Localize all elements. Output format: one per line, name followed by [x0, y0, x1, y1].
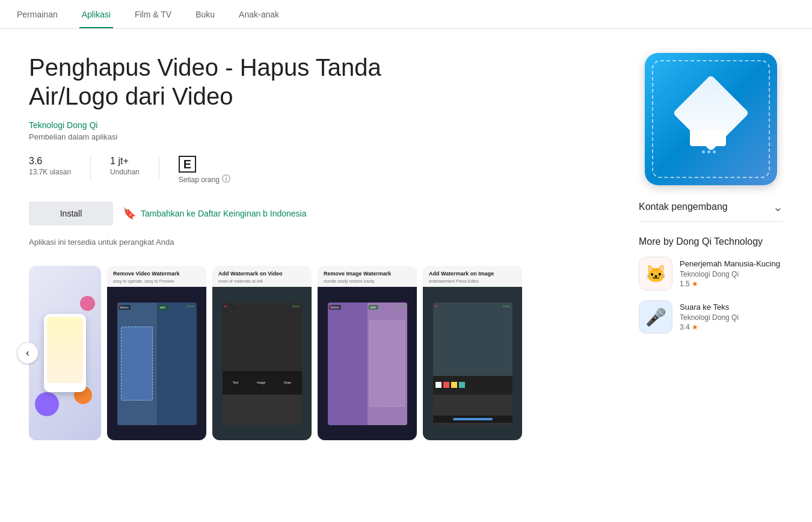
- mic-icon: 🎤: [645, 307, 666, 327]
- more-title: More by Dong Qi Technology: [639, 236, 783, 247]
- ss4-body: Done ✕: [423, 287, 522, 440]
- device-info: Aplikasi ini tersedia untuk perangkat An…: [29, 238, 615, 247]
- rating-count: 13.7K ulasan: [29, 168, 71, 176]
- screenshot-0: [29, 266, 101, 440]
- top-navigation: Permainan Aplikasi Film & TV Buku Anak-a…: [0, 0, 812, 29]
- left-column: Penghapus Video - Hapus Tanda Air/Logo d…: [29, 53, 615, 440]
- screenshot-4: Add Watermark on Image entertainment Pho…: [423, 266, 522, 440]
- related-app-1-dev: Teknologi Dong Qi: [680, 313, 783, 322]
- app-title: Penghapus Video - Hapus Tanda Air/Logo d…: [29, 53, 450, 111]
- content-rating-stat: E Setiap orang ⓘ: [179, 156, 230, 185]
- stat-divider-1: [90, 156, 91, 180]
- stats-row: 3.6 13.7K ulasan 1 jt+ Unduhan E Setiap …: [29, 156, 615, 185]
- ss4-screen: Done ✕: [433, 302, 512, 425]
- kontak-section: Kontak pengembang ⌄: [639, 200, 783, 222]
- nav-buku[interactable]: Buku: [193, 0, 217, 28]
- more-section: More by Dong Qi Technology 🐱 Penerjemah …: [639, 236, 783, 334]
- related-app-0-dev: Teknologi Dong Qi: [680, 270, 783, 278]
- chevron-down-icon: ⌄: [773, 200, 783, 214]
- screenshot-2: Add Watermark on Video more of materials…: [212, 266, 312, 440]
- ss1-sub: easy to operate, easy to Preview: [107, 279, 206, 287]
- related-app-1-rating: 3.4 ★: [680, 323, 783, 331]
- related-app-1-info: Suara ke Teks Teknologi Dong Qi 3.4 ★: [680, 302, 783, 332]
- star-icon: ★: [692, 280, 698, 288]
- dot-3: [713, 150, 716, 153]
- phone-screen-mini: [47, 317, 83, 383]
- related-app-0-icon: 🐱: [639, 257, 672, 290]
- related-app-1[interactable]: 🎤 Suara ke Teks Teknologi Dong Qi 3.4 ★: [639, 300, 783, 334]
- ss3-header: Remove Image Watermark: [318, 266, 417, 279]
- app-icon-inner: [672, 80, 750, 158]
- prev-screenshot-button[interactable]: ‹: [17, 342, 38, 364]
- eraser-dots: [702, 150, 716, 153]
- page-content: Penghapus Video - Hapus Tanda Air/Logo d…: [0, 29, 812, 464]
- install-button[interactable]: Install: [29, 201, 113, 226]
- download-value: 1 jt+: [110, 156, 129, 167]
- ss1-header: Remove Video Watermark: [107, 266, 206, 279]
- ss4-header: Add Watermark on Image: [423, 266, 522, 279]
- ss2-screen: ');"> Text Image Draw Done ✕: [223, 302, 302, 425]
- bookmark-icon: 🔖: [123, 207, 136, 220]
- mic-icon-bg: 🎤: [639, 300, 672, 334]
- screenshots-section: ‹ Remove Video Watermark easy to op: [29, 266, 615, 440]
- ss3-screen: before after Done ✕: [328, 302, 407, 425]
- nav-permainan[interactable]: Permainan: [14, 0, 60, 28]
- developer-name[interactable]: Teknologi Dong Qi: [29, 120, 615, 130]
- kontak-label: Kontak pengembang: [639, 201, 728, 212]
- right-column: Kontak pengembang ⌄ More by Dong Qi Tech…: [639, 53, 783, 440]
- chevron-left-icon: ‹: [26, 348, 29, 358]
- downloads-stat: 1 jt+ Unduhan: [110, 156, 140, 176]
- nav-anak-anak[interactable]: Anak-anak: [236, 0, 281, 28]
- rating-value: 3.6: [29, 156, 42, 167]
- cat-icon-bg: 🐱: [639, 257, 672, 290]
- screenshot-3: Remove Image Watermark doodle easily res…: [318, 266, 417, 440]
- related-app-1-icon: 🎤: [639, 300, 672, 334]
- content-rating-label: Setiap orang: [179, 176, 220, 184]
- related-app-1-name: Suara ke Teks: [680, 302, 783, 313]
- related-app-0-name: Penerjemah Manusia-Kucing: [680, 259, 783, 269]
- ss1-body: before after Done ✕: [107, 287, 206, 440]
- ss2-sub: more of materials at will: [212, 279, 312, 287]
- star-icon-2: ★: [692, 323, 698, 331]
- ss1-screen: before after Done ✕: [117, 302, 197, 425]
- ss3-sub: doodle easily restore easily: [318, 279, 417, 287]
- action-row: Install 🔖 Tambahkan ke Daftar Keinginan …: [29, 201, 615, 226]
- app-icon: [645, 53, 777, 185]
- download-label: Unduhan: [110, 168, 140, 176]
- related-app-0[interactable]: 🐱 Penerjemah Manusia-Kucing Teknologi Do…: [639, 257, 783, 290]
- purchase-info: Pembelian dalam aplikasi: [29, 132, 615, 141]
- related-app-0-info: Penerjemah Manusia-Kucing Teknologi Dong…: [680, 259, 783, 289]
- dot-1: [702, 150, 705, 153]
- content-rating-badge: E: [179, 156, 196, 173]
- ss4-sub: entertainment Photo Editor: [423, 279, 522, 287]
- wishlist-button[interactable]: 🔖 Tambahkan ke Daftar Keinginan b Indone…: [123, 207, 307, 220]
- info-icon[interactable]: ⓘ: [222, 174, 230, 185]
- ss2-header: Add Watermark on Video: [212, 266, 312, 279]
- app-icon-container: [639, 53, 783, 185]
- kontak-header[interactable]: Kontak pengembang ⌄: [639, 200, 783, 222]
- ss2-body: ');"> Text Image Draw Done ✕: [212, 287, 312, 440]
- blob-purple: [35, 392, 59, 416]
- stat-divider-2: [159, 156, 159, 180]
- eraser-shape: [690, 129, 726, 146]
- blob-pink: [80, 296, 95, 311]
- wishlist-label: Tambahkan ke Daftar Keinginan b Indonesi…: [141, 209, 307, 218]
- nav-aplikasi[interactable]: Aplikasi: [79, 0, 113, 28]
- rating-stat: 3.6 13.7K ulasan: [29, 156, 71, 176]
- dot-2: [707, 150, 710, 153]
- cat-icon: 🐱: [645, 264, 666, 284]
- nav-film-tv[interactable]: Film & TV: [132, 0, 174, 28]
- ss3-body: before after Done ✕: [318, 287, 417, 440]
- related-app-0-rating: 1.5 ★: [680, 280, 783, 288]
- phone-outline: [44, 314, 86, 392]
- screenshots-container: Remove Video Watermark easy to operate, …: [29, 266, 615, 440]
- screenshot-1: Remove Video Watermark easy to operate, …: [107, 266, 206, 440]
